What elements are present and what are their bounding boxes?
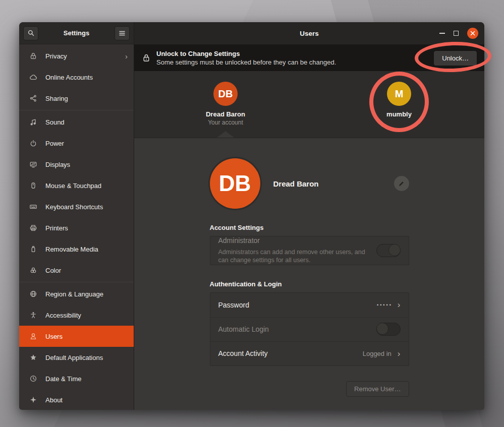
sidebar-item-date-and-time[interactable]: Date & Time (19, 368, 134, 389)
sidebar-item-label: Date & Time (45, 375, 82, 383)
window-controls (439, 22, 478, 44)
sound-icon (29, 118, 37, 126)
removable-icon (29, 245, 37, 253)
user-avatar-mumbly[interactable]: M (387, 82, 411, 106)
unlock-banner-text: Unlock to Change Settings Some settings … (156, 50, 427, 66)
unlock-banner-subtitle: Some settings must be unlocked before th… (156, 58, 427, 66)
row-description: Administrators can add and remove other … (218, 248, 376, 265)
sidebar-item-keyboard-shortcuts[interactable]: Keyboard Shortcuts (19, 196, 134, 217)
sidebar-item-color[interactable]: Color (19, 260, 134, 281)
sidebar-item-label: Mouse & Touchpad (45, 182, 101, 190)
sidebar-item-label: Printers (45, 224, 68, 232)
sidebar-header: Settings (19, 22, 134, 44)
users-icon (29, 332, 37, 340)
globe-icon (29, 290, 37, 298)
clock-icon (29, 375, 37, 383)
row-label: Administrator (218, 236, 376, 245)
pencil-icon (398, 180, 405, 187)
cloud-icon (29, 73, 37, 81)
sidebar-item-label: About (45, 396, 63, 404)
sidebar-item-label: Power (45, 140, 64, 147)
sidebar-item-label: Sound (45, 118, 65, 126)
selected-user-pointer (217, 131, 234, 138)
user-panel-content: DB Dread Baron Account Settings Administ… (134, 138, 484, 410)
sidebar-item-about[interactable]: About (19, 389, 134, 410)
headerbar: Users (134, 22, 484, 45)
color-icon (29, 266, 37, 274)
sidebar-list: Privacy›Online AccountsSharingSoundPower… (19, 44, 134, 410)
display-icon (29, 160, 37, 168)
settings-row-password[interactable]: Password•••••› (210, 293, 409, 317)
keyboard-icon (29, 203, 37, 211)
close-icon[interactable] (467, 28, 478, 39)
accessibility-icon (29, 311, 37, 319)
printer-icon (29, 224, 37, 232)
carousel-user-mumbly[interactable]: Mmumbly (364, 82, 434, 118)
sidebar-item-removable-media[interactable]: Removable Media (19, 238, 134, 260)
primary-menu-button[interactable] (115, 26, 130, 40)
account-settings-heading: Account Settings (210, 224, 409, 231)
user-name: mumbly (364, 110, 434, 118)
toggle-switch-on (376, 244, 401, 257)
edit-name-button[interactable] (394, 176, 409, 191)
unlock-button[interactable]: Unlock… (433, 50, 477, 66)
sidebar-item-label: Users (45, 333, 63, 340)
row-label: Password (218, 301, 377, 309)
unlock-banner: Unlock to Change Settings Some settings … (134, 45, 484, 71)
minimize-icon[interactable] (439, 33, 445, 34)
chevron-right-icon: › (398, 349, 401, 358)
user-name: Dread Baron (190, 110, 261, 118)
sidebar-item-label: Default Applications (45, 354, 103, 361)
auth-login-card: Password•••••›Automatic LoginAccount Act… (210, 292, 409, 366)
toggle-switch-off (376, 323, 401, 336)
mouse-icon (29, 181, 37, 190)
lock-icon (142, 53, 150, 63)
sidebar-separator (19, 110, 134, 110)
maximize-icon[interactable] (454, 31, 459, 36)
chevron-right-icon: › (125, 52, 128, 60)
password-dots: ••••• (377, 302, 393, 308)
sidebar-item-label: Removable Media (45, 246, 98, 253)
toggle-knob (376, 323, 388, 335)
sidebar-item-online-accounts[interactable]: Online Accounts (19, 67, 134, 88)
sidebar-item-label: Sharing (45, 95, 68, 102)
user-avatar-dread-baron[interactable]: DB (213, 82, 238, 106)
sidebar-item-default-applications[interactable]: Default Applications (19, 347, 134, 368)
lock-icon (29, 52, 37, 60)
row-label: Automatic Login (218, 325, 376, 333)
desktop: Settings Privacy›Online AccountsSharingS… (0, 0, 504, 427)
search-button[interactable] (23, 26, 38, 40)
toggle-knob (388, 244, 401, 256)
settings-row-account-activity[interactable]: Account ActivityLogged in› (210, 341, 409, 365)
sidebar-item-displays[interactable]: Displays (19, 154, 134, 175)
sidebar-item-users[interactable]: Users (19, 326, 134, 347)
sidebar-separator (19, 282, 134, 282)
settings-row-administrator: AdministratorAdministrators can add and … (210, 236, 409, 265)
sidebar-item-power[interactable]: Power (19, 133, 134, 154)
sidebar-item-sound[interactable]: Sound (19, 111, 134, 133)
star-icon (29, 353, 37, 361)
sidebar-item-region-and-language[interactable]: Region & Language (19, 283, 134, 304)
main-pane: Users (134, 22, 484, 410)
hamburger-menu-icon (119, 30, 126, 36)
row-value: Logged in (363, 350, 391, 357)
share-icon (29, 94, 37, 102)
sidebar-item-label: Accessibility (45, 312, 81, 319)
remove-user-button[interactable]: Remove User… (346, 381, 409, 397)
user-carousel: DBDread BaronYour accountMmumbly (134, 71, 484, 138)
sidebar-item-printers[interactable]: Printers (19, 217, 134, 238)
unlock-banner-title: Unlock to Change Settings (156, 50, 427, 57)
sidebar-item-mouse-and-touchpad[interactable]: Mouse & Touchpad (19, 175, 134, 196)
settings-row-automatic-login: Automatic Login (210, 317, 409, 341)
power-icon (29, 139, 37, 147)
profile-row: DB Dread Baron (210, 158, 409, 209)
profile-avatar[interactable]: DB (210, 158, 260, 209)
sidebar-item-accessibility[interactable]: Accessibility (19, 304, 134, 326)
carousel-user-dread-baron[interactable]: DBDread BaronYour account (190, 82, 261, 126)
sidebar: Settings Privacy›Online AccountsSharingS… (19, 22, 134, 410)
page-title: Users (300, 30, 319, 37)
sidebar-item-label: Privacy (45, 52, 67, 60)
sidebar-item-label: Region & Language (45, 290, 103, 298)
sidebar-item-privacy[interactable]: Privacy› (19, 45, 134, 67)
sidebar-item-sharing[interactable]: Sharing (19, 88, 134, 109)
